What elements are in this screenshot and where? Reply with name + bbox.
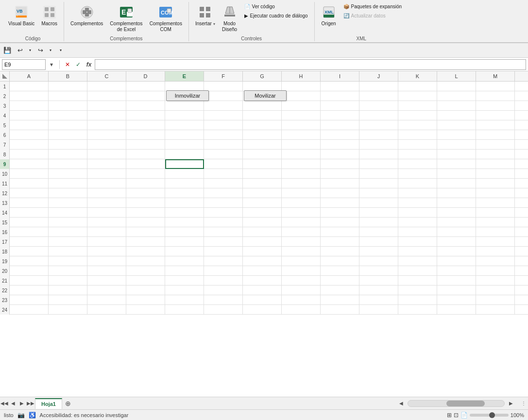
cell-B24[interactable] — [49, 305, 87, 315]
cell-H11[interactable] — [282, 179, 321, 188]
cell-B22[interactable] — [49, 286, 87, 295]
cell-G21[interactable] — [243, 276, 282, 286]
cell-M7[interactable] — [476, 140, 515, 150]
cell-B9[interactable] — [49, 159, 87, 169]
cell-L19[interactable] — [437, 256, 476, 266]
cell-L17[interactable] — [437, 237, 476, 247]
cell-A15[interactable] — [10, 218, 49, 227]
cell-A1[interactable] — [10, 82, 49, 91]
col-header-f[interactable]: F — [204, 71, 243, 81]
cell-I15[interactable] — [321, 218, 359, 227]
row-number-12[interactable]: 12 — [0, 188, 10, 198]
cell-F11[interactable] — [204, 179, 243, 188]
row-number-18[interactable]: 18 — [0, 247, 10, 256]
cell-G9[interactable] — [243, 159, 282, 169]
cell-J12[interactable] — [359, 188, 398, 198]
horizontal-scrollbar[interactable] — [408, 400, 505, 407]
cell-K23[interactable] — [398, 295, 437, 305]
cell-G6[interactable] — [243, 130, 282, 140]
cell-F12[interactable] — [204, 188, 243, 198]
cell-E6[interactable] — [165, 130, 204, 140]
cell-K8[interactable] — [398, 150, 437, 159]
cell-G10[interactable] — [243, 169, 282, 179]
cell-H9[interactable] — [282, 159, 321, 169]
cell-J6[interactable] — [359, 130, 398, 140]
movilizar-button[interactable]: Movilizar — [244, 90, 287, 101]
cell-C5[interactable] — [87, 120, 126, 130]
cell-L14[interactable] — [437, 208, 476, 218]
cell-D20[interactable] — [126, 266, 165, 276]
expand-name-box-button[interactable]: ▾ — [47, 59, 56, 70]
cell-J17[interactable] — [359, 237, 398, 247]
cell-G19[interactable] — [243, 256, 282, 266]
cell-L20[interactable] — [437, 266, 476, 276]
cell-M20[interactable] — [476, 266, 515, 276]
cell-K5[interactable] — [398, 120, 437, 130]
cell-D12[interactable] — [126, 188, 165, 198]
cell-L12[interactable] — [437, 188, 476, 198]
cell-G18[interactable] — [243, 247, 282, 256]
hscroll-right-button[interactable]: ▶ — [507, 399, 515, 408]
cell-I8[interactable] — [321, 150, 359, 159]
cell-J16[interactable] — [359, 227, 398, 237]
cell-C12[interactable] — [87, 188, 126, 198]
col-header-e[interactable]: E — [165, 71, 204, 81]
cell-K16[interactable] — [398, 227, 437, 237]
col-header-m[interactable]: M — [476, 71, 515, 81]
cell-J20[interactable] — [359, 266, 398, 276]
cell-K6[interactable] — [398, 130, 437, 140]
cell-A24[interactable] — [10, 305, 49, 315]
cell-J3[interactable] — [359, 101, 398, 111]
cancel-formula-button[interactable]: ✕ — [63, 59, 72, 70]
cell-I11[interactable] — [321, 179, 359, 188]
cell-I16[interactable] — [321, 227, 359, 237]
cell-L15[interactable] — [437, 218, 476, 227]
cell-L18[interactable] — [437, 247, 476, 256]
cell-M2[interactable] — [476, 91, 515, 101]
cell-D6[interactable] — [126, 130, 165, 140]
cell-B19[interactable] — [49, 256, 87, 266]
cell-G2[interactable]: Movilizar — [243, 91, 282, 101]
cell-B23[interactable] — [49, 295, 87, 305]
row-number-8[interactable]: 8 — [0, 150, 10, 159]
cell-H13[interactable] — [282, 198, 321, 208]
complementos-com-button[interactable]: COM ComplementosCOM — [147, 3, 185, 34]
cell-A4[interactable] — [10, 111, 49, 120]
cell-E5[interactable] — [165, 120, 204, 130]
cell-J18[interactable] — [359, 247, 398, 256]
cell-G22[interactable] — [243, 286, 282, 295]
cell-E16[interactable] — [165, 227, 204, 237]
cell-E20[interactable] — [165, 266, 204, 276]
cell-B20[interactable] — [49, 266, 87, 276]
row-number-16[interactable]: 16 — [0, 227, 10, 237]
cell-K1[interactable] — [398, 82, 437, 91]
cell-M19[interactable] — [476, 256, 515, 266]
cell-A20[interactable] — [10, 266, 49, 276]
cell-E22[interactable] — [165, 286, 204, 295]
cell-K2[interactable] — [398, 91, 437, 101]
paquetes-expansion-button[interactable]: 📦 Paquetes de expansión — [341, 3, 405, 10]
cell-L22[interactable] — [437, 286, 476, 295]
cell-D24[interactable] — [126, 305, 165, 315]
cell-G4[interactable] — [243, 111, 282, 120]
cell-J15[interactable] — [359, 218, 398, 227]
cell-D13[interactable] — [126, 198, 165, 208]
cell-F18[interactable] — [204, 247, 243, 256]
cell-H7[interactable] — [282, 140, 321, 150]
cell-I20[interactable] — [321, 266, 359, 276]
cell-K9[interactable] — [398, 159, 437, 169]
cell-B10[interactable] — [49, 169, 87, 179]
cell-C3[interactable] — [87, 101, 126, 111]
cell-H19[interactable] — [282, 256, 321, 266]
cell-H20[interactable] — [282, 266, 321, 276]
cell-D4[interactable] — [126, 111, 165, 120]
cell-G16[interactable] — [243, 227, 282, 237]
cell-I1[interactable] — [321, 82, 359, 91]
cell-E14[interactable] — [165, 208, 204, 218]
redo-button[interactable]: ↪ — [35, 45, 46, 56]
cell-M5[interactable] — [476, 120, 515, 130]
cell-E4[interactable] — [165, 111, 204, 120]
cell-D17[interactable] — [126, 237, 165, 247]
customize-qa-button[interactable]: ▾ — [55, 45, 66, 56]
formula-input[interactable] — [95, 59, 526, 70]
